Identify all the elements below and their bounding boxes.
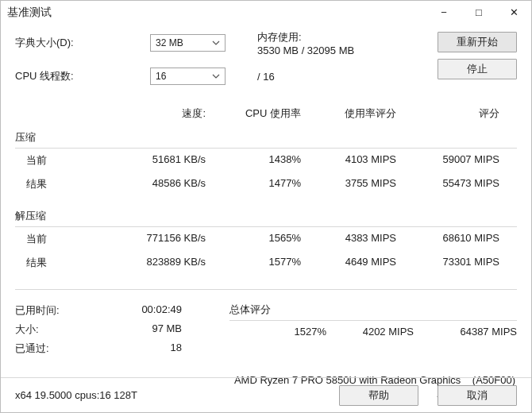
mem-label: 内存使用: bbox=[257, 30, 354, 44]
decompress-title: 解压缩 bbox=[15, 207, 517, 227]
row-label: 当前 bbox=[15, 232, 71, 246]
maximize-button[interactable]: □ bbox=[461, 1, 496, 24]
row-label: 结果 bbox=[15, 256, 71, 270]
row-label: 结果 bbox=[15, 177, 71, 191]
passed-value: 18 bbox=[110, 342, 206, 356]
cell: 1438% bbox=[206, 153, 301, 168]
cell: 48586 KB/s bbox=[71, 177, 206, 191]
summary-left: 已用时间:00:02:49 大小:97 MB 已通过:18 bbox=[15, 301, 229, 358]
help-button[interactable]: 帮助 bbox=[339, 385, 418, 406]
column-headers: 速度: CPU 使用率 使用率评分 评分 bbox=[15, 106, 517, 121]
restart-button[interactable]: 重新开始 bbox=[438, 32, 517, 52]
dict-size-label: 字典大小(D): bbox=[15, 36, 150, 50]
content: 重新开始 停止 字典大小(D): 32 MB 内存使用: 3530 MB / 3… bbox=[1, 24, 531, 412]
threads-total: / 16 bbox=[226, 71, 275, 83]
overall-cpu: 1527% bbox=[239, 326, 326, 338]
elapsed-value: 00:02:49 bbox=[110, 303, 206, 318]
titlebar: 基准测试 − □ ✕ bbox=[1, 1, 531, 24]
cell: 55473 MIPS bbox=[396, 177, 499, 191]
overall-title: 总体评分 bbox=[229, 301, 517, 321]
window-title: 基准测试 bbox=[7, 6, 426, 20]
cell: 823889 KB/s bbox=[71, 256, 206, 270]
passed-label: 已通过: bbox=[15, 342, 110, 356]
size-value: 97 MB bbox=[110, 322, 206, 337]
hdr-cpu: CPU 使用率 bbox=[206, 106, 301, 121]
footer: x64 19.5000 cpus:16 128T 帮助 取消 bbox=[1, 377, 531, 412]
summary-right: 总体评分 1527% 4202 MIPS 64387 MIPS bbox=[229, 301, 517, 358]
chevron-down-icon bbox=[212, 71, 220, 83]
compress-title: 压缩 bbox=[15, 129, 517, 149]
divider bbox=[15, 289, 517, 290]
cell: 51681 KB/s bbox=[71, 153, 206, 168]
hdr-score: 评分 bbox=[396, 106, 499, 121]
cell: 4649 MIPS bbox=[301, 256, 396, 270]
table-row: 结果 823889 KB/s 1577% 4649 MIPS 73301 MIP… bbox=[15, 251, 517, 275]
minimize-button[interactable]: − bbox=[426, 1, 461, 24]
mem-value: 3530 MB / 32095 MB bbox=[257, 44, 354, 56]
cell: 1565% bbox=[206, 232, 301, 246]
dict-size-select[interactable]: 32 MB bbox=[150, 34, 226, 52]
elapsed-label: 已用时间: bbox=[15, 303, 110, 318]
cell: 68610 MIPS bbox=[396, 232, 499, 246]
cell: 59007 MIPS bbox=[396, 153, 499, 168]
threads-label: CPU 线程数: bbox=[15, 69, 150, 83]
table-row: 结果 48586 KB/s 1477% 3755 MIPS 55473 MIPS bbox=[15, 172, 517, 196]
cell: 771156 KB/s bbox=[71, 232, 206, 246]
cell: 1577% bbox=[206, 256, 301, 270]
table-row: 当前 771156 KB/s 1565% 4383 MIPS 68610 MIP… bbox=[15, 227, 517, 251]
overall-rating: 4202 MIPS bbox=[326, 326, 414, 338]
cell: 73301 MIPS bbox=[396, 256, 499, 270]
hdr-speed: 速度: bbox=[71, 106, 206, 121]
cell: 1477% bbox=[206, 177, 301, 191]
threads-value: 16 bbox=[156, 71, 166, 82]
mem-info: 内存使用: 3530 MB / 32095 MB bbox=[226, 30, 354, 56]
cell: 4383 MIPS bbox=[301, 232, 396, 246]
cell: 4103 MIPS bbox=[301, 153, 396, 168]
build-info: x64 19.5000 cpus:16 128T bbox=[15, 389, 339, 401]
action-buttons: 重新开始 停止 bbox=[438, 32, 517, 79]
dict-size-value: 32 MB bbox=[156, 37, 183, 48]
close-button[interactable]: ✕ bbox=[496, 1, 531, 24]
table-row: 当前 51681 KB/s 1438% 4103 MIPS 59007 MIPS bbox=[15, 149, 517, 172]
window-buttons: − □ ✕ bbox=[426, 1, 531, 24]
cancel-button[interactable]: 取消 bbox=[438, 385, 517, 406]
threads-select[interactable]: 16 bbox=[150, 68, 226, 85]
stop-button[interactable]: 停止 bbox=[438, 59, 517, 79]
row-label: 当前 bbox=[15, 153, 71, 168]
chevron-down-icon bbox=[212, 38, 220, 49]
benchmark-window: 基准测试 − □ ✕ 重新开始 停止 字典大小(D): 32 MB 内存使用: … bbox=[0, 0, 532, 413]
cell: 3755 MIPS bbox=[301, 177, 396, 191]
overall-score: 64387 MIPS bbox=[414, 326, 517, 338]
hdr-rating: 使用率评分 bbox=[301, 106, 396, 121]
size-label: 大小: bbox=[15, 322, 110, 337]
